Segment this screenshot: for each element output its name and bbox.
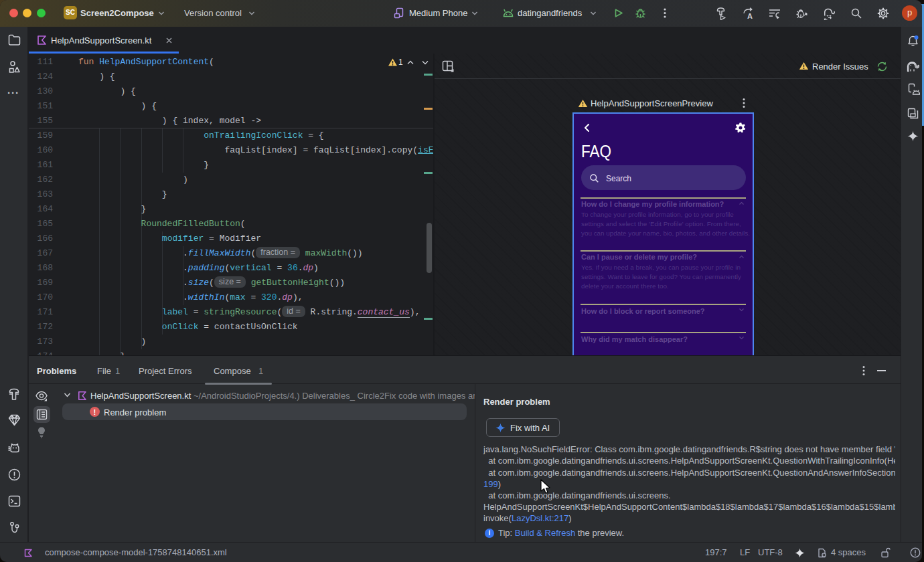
svg-text:A: A (747, 12, 753, 20)
